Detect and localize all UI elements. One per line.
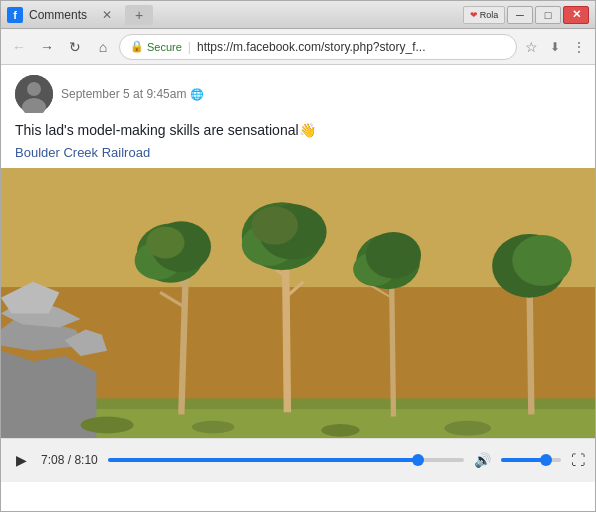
post-meta: September 5 at 9:45am 🌐 (61, 87, 581, 101)
svg-point-34 (81, 416, 134, 433)
navigation-bar: ← → ↻ ⌂ 🔒 Secure | https://m.facebook.co… (1, 29, 595, 65)
pocket-button[interactable]: ⬇ (545, 37, 565, 57)
play-button[interactable]: ▶ (11, 452, 31, 468)
progress-bar[interactable] (108, 458, 464, 462)
volume-filled (501, 458, 546, 462)
post-area: September 5 at 9:45am 🌐 This lad's model… (1, 65, 595, 160)
globe-icon: 🌐 (190, 88, 204, 101)
tab-close-button[interactable]: ✕ (99, 7, 115, 23)
svg-point-35 (192, 420, 234, 433)
video-controls: ▶ 7:08 / 8:10 🔊 (1, 438, 595, 482)
lock-icon: 🔒 (130, 40, 144, 53)
volume-button[interactable]: 🔊 (474, 452, 491, 468)
reload-button[interactable]: ↻ (63, 35, 87, 59)
star-button[interactable]: ☆ (521, 37, 541, 57)
url-text: https://m.facebook.com/story.php?story_f… (197, 40, 506, 54)
svg-point-30 (366, 232, 421, 279)
secure-label: Secure (147, 41, 182, 53)
svg-point-36 (321, 424, 359, 437)
volume-bar[interactable] (501, 458, 561, 462)
menu-button[interactable]: ⋮ (569, 37, 589, 57)
svg-point-25 (251, 206, 298, 244)
post-time: September 5 at 9:45am 🌐 (61, 87, 581, 101)
maximize-button[interactable]: □ (535, 6, 561, 24)
time-display: 7:08 / 8:10 (41, 453, 98, 467)
back-button[interactable]: ← (7, 35, 31, 59)
progress-filled (108, 458, 418, 462)
progress-thumb (412, 454, 424, 466)
close-button[interactable]: ✕ (563, 6, 589, 24)
title-bar: f Comments ✕ + ❤ Rola ─ □ ✕ (1, 1, 595, 29)
forward-button[interactable]: → (35, 35, 59, 59)
scrollable-area[interactable]: September 5 at 9:45am 🌐 This lad's model… (1, 65, 595, 511)
volume-thumb (540, 454, 552, 466)
svg-point-37 (444, 420, 491, 435)
video-frame (1, 168, 595, 438)
svg-point-33 (512, 235, 571, 286)
avatar (15, 75, 53, 113)
fullscreen-button[interactable]: ⛶ (571, 452, 585, 468)
post-text: This lad's model-making skills are sensa… (15, 121, 581, 141)
boulder-creek-link[interactable]: Boulder Creek Railroad (15, 145, 581, 160)
window-controls: ❤ Rola ─ □ ✕ (463, 6, 589, 24)
browser-window: f Comments ✕ + ❤ Rola ─ □ ✕ ← → ↻ ⌂ 🔒 Se… (0, 0, 596, 512)
home-button[interactable]: ⌂ (91, 35, 115, 59)
nav-extras: ☆ ⬇ ⋮ (521, 37, 589, 57)
minimize-button[interactable]: ─ (507, 6, 533, 24)
svg-point-18 (146, 226, 184, 258)
secure-badge: 🔒 Secure (130, 40, 182, 53)
address-separator: | (188, 40, 191, 54)
video-container: ▶ 7:08 / 8:10 🔊 (1, 168, 595, 482)
title-bar-left: f Comments ✕ + (7, 5, 463, 25)
new-tab-button[interactable]: + (125, 5, 153, 25)
user-info-row: September 5 at 9:45am 🌐 (15, 75, 581, 113)
tab-title: Comments (29, 8, 87, 22)
page-content: September 5 at 9:45am 🌐 This lad's model… (1, 65, 595, 511)
rola-button[interactable]: ❤ Rola (463, 6, 505, 24)
address-bar[interactable]: 🔒 Secure | https://m.facebook.com/story.… (119, 34, 517, 60)
svg-point-1 (27, 82, 41, 96)
video-scene-svg (1, 168, 595, 438)
favicon: f (7, 7, 23, 23)
